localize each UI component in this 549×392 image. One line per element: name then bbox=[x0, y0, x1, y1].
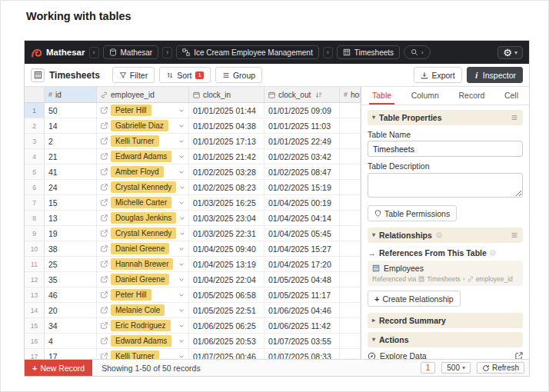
cell-employee-id[interactable]: Edward Adams bbox=[97, 149, 189, 164]
filter-button[interactable]: Filter bbox=[112, 67, 155, 83]
cell-employee-id[interactable]: Peter Hill bbox=[97, 287, 189, 302]
new-record-button[interactable]: + New Record bbox=[25, 360, 92, 376]
page-number[interactable]: 1 bbox=[421, 362, 436, 374]
settings-button[interactable]: ⚙ ▾ bbox=[497, 46, 523, 59]
cell-employee-id[interactable]: Michelle Carter bbox=[97, 195, 189, 210]
open-record-icon[interactable] bbox=[101, 245, 108, 252]
row-number[interactable]: 15 bbox=[25, 318, 45, 333]
employee-record-pill[interactable]: Crystal Kennedy bbox=[111, 228, 176, 239]
cell-id[interactable]: 35 bbox=[45, 272, 97, 287]
cell-clock-in[interactable]: 01/07/2025 00:46 bbox=[189, 349, 265, 359]
create-relationship-button[interactable]: + Create Relationship bbox=[368, 291, 461, 307]
employee-record-pill[interactable]: Michelle Carter bbox=[111, 197, 171, 208]
cell-hours[interactable] bbox=[340, 103, 361, 118]
cell-id[interactable]: 17 bbox=[45, 349, 97, 359]
section-relationships[interactable]: ▾ Relationships bbox=[368, 228, 523, 243]
cell-id[interactable]: 14 bbox=[45, 118, 97, 133]
cell-clock-in[interactable]: 01/04/2025 09:40 bbox=[189, 241, 265, 256]
cell-hours[interactable] bbox=[340, 211, 361, 225]
cell-clock-out[interactable]: 01/05/2025 11:17 bbox=[265, 287, 340, 302]
row-number[interactable]: 14 bbox=[25, 303, 45, 317]
cell-hours[interactable] bbox=[340, 149, 361, 164]
row-number[interactable]: 12 bbox=[25, 272, 45, 287]
chevron-down-icon[interactable] bbox=[179, 184, 185, 191]
inspector-button[interactable]: i Inspector bbox=[467, 67, 523, 83]
chevron-down-icon[interactable] bbox=[178, 169, 185, 175]
column-header-id[interactable]: # id bbox=[45, 87, 97, 102]
cell-clock-in[interactable]: 01/02/2025 08:23 bbox=[189, 180, 265, 194]
chevron-down-icon[interactable] bbox=[178, 123, 185, 129]
cell-employee-id[interactable]: Kelli Turner bbox=[97, 134, 189, 148]
cell-id[interactable]: 21 bbox=[45, 149, 97, 164]
breadcrumb-database[interactable]: Mathesar bbox=[103, 45, 159, 59]
open-record-icon[interactable] bbox=[101, 261, 108, 267]
row-number[interactable]: 8 bbox=[25, 211, 45, 225]
row-number[interactable]: 13 bbox=[25, 287, 45, 302]
search-button[interactable]: › bbox=[404, 45, 431, 59]
employee-record-pill[interactable]: Kelli Turner bbox=[111, 350, 159, 359]
cell-hours[interactable] bbox=[340, 195, 361, 210]
cell-clock-out[interactable]: 01/06/2025 04:46 bbox=[265, 303, 340, 317]
tab-cell[interactable]: Cell bbox=[501, 87, 521, 105]
open-record-icon[interactable] bbox=[101, 337, 108, 344]
cell-clock-out[interactable]: 01/04/2025 15:27 bbox=[265, 241, 340, 256]
brand[interactable]: Mathesar bbox=[31, 47, 85, 58]
open-record-icon[interactable] bbox=[101, 199, 108, 206]
row-number[interactable]: 3 bbox=[25, 134, 45, 148]
open-record-icon[interactable] bbox=[101, 138, 108, 145]
cell-employee-id[interactable]: Crystal Kennedy bbox=[97, 180, 189, 194]
cell-clock-in[interactable]: 01/06/2025 20:53 bbox=[189, 334, 265, 348]
employee-record-pill[interactable]: Eric Rodriguez bbox=[111, 320, 171, 331]
tab-table[interactable]: Table bbox=[369, 87, 394, 105]
chevron-down-icon[interactable] bbox=[178, 108, 185, 114]
cell-clock-out[interactable]: 01/01/2025 22:49 bbox=[265, 134, 340, 148]
row-number[interactable]: 4 bbox=[25, 149, 45, 164]
cell-clock-out[interactable]: 01/04/2025 05:45 bbox=[265, 226, 340, 241]
cell-clock-in[interactable]: 01/05/2025 22:51 bbox=[189, 303, 265, 317]
cell-id[interactable]: 4 bbox=[45, 334, 97, 348]
cell-clock-in[interactable]: 01/01/2025 17:13 bbox=[189, 134, 265, 148]
cell-hours[interactable] bbox=[340, 303, 361, 317]
section-table-properties[interactable]: ▾ Table Properties bbox=[368, 110, 523, 125]
employee-record-pill[interactable]: Peter Hill bbox=[111, 289, 151, 301]
cell-clock-out[interactable]: 01/02/2025 03:42 bbox=[265, 149, 340, 164]
cell-clock-in[interactable]: 01/05/2025 06:58 bbox=[189, 287, 265, 302]
open-record-icon[interactable] bbox=[101, 184, 108, 191]
chevron-down-icon[interactable] bbox=[178, 200, 185, 206]
column-header-employee-id[interactable]: employee_id bbox=[97, 87, 189, 102]
cell-employee-id[interactable]: Crystal Kennedy bbox=[97, 226, 189, 241]
cell-id[interactable]: 38 bbox=[45, 241, 97, 256]
row-number[interactable]: 16 bbox=[25, 334, 45, 348]
export-button[interactable]: Export bbox=[414, 67, 461, 83]
refresh-button[interactable]: Refresh bbox=[477, 362, 524, 374]
cell-id[interactable]: 50 bbox=[45, 103, 97, 118]
row-number[interactable]: 7 bbox=[25, 195, 45, 210]
cell-id[interactable]: 15 bbox=[45, 195, 97, 210]
cell-clock-out[interactable]: 01/05/2025 04:48 bbox=[265, 272, 340, 287]
cell-employee-id[interactable]: Daniel Greene bbox=[97, 241, 189, 256]
cell-employee-id[interactable]: Amber Floyd bbox=[97, 164, 189, 179]
cell-id[interactable]: 46 bbox=[45, 287, 97, 302]
cell-hours[interactable] bbox=[340, 272, 361, 287]
cell-id[interactable]: 19 bbox=[45, 226, 97, 241]
cell-clock-out[interactable]: 01/07/2025 08:33 bbox=[265, 349, 340, 359]
open-record-icon[interactable] bbox=[101, 168, 108, 175]
cell-clock-in[interactable]: 01/01/2025 04:38 bbox=[189, 118, 265, 133]
cell-employee-id[interactable]: Gabrielle Diaz bbox=[97, 118, 189, 133]
employee-record-pill[interactable]: Hannah Brewer bbox=[111, 258, 173, 270]
row-number[interactable]: 11 bbox=[25, 257, 45, 271]
cell-employee-id[interactable]: Douglas Jenkins bbox=[97, 211, 189, 225]
employee-record-pill[interactable]: Daniel Greene bbox=[111, 274, 169, 285]
cell-clock-in[interactable]: 01/04/2025 22:04 bbox=[189, 272, 265, 287]
employee-record-pill[interactable]: Amber Floyd bbox=[111, 166, 164, 178]
cell-employee-id[interactable]: Peter Hill bbox=[97, 103, 189, 118]
cell-clock-out[interactable]: 01/02/2025 15:19 bbox=[265, 180, 340, 194]
cell-employee-id[interactable]: Hannah Brewer bbox=[97, 257, 189, 271]
cell-id[interactable]: 25 bbox=[45, 257, 97, 271]
column-header-hours[interactable]: # hou bbox=[340, 87, 361, 102]
open-record-icon[interactable] bbox=[101, 122, 108, 129]
chevron-down-icon[interactable] bbox=[178, 138, 185, 145]
table-permissions-button[interactable]: Table Permissions bbox=[368, 205, 457, 221]
cell-hours[interactable] bbox=[340, 334, 361, 348]
open-record-icon[interactable] bbox=[101, 153, 108, 160]
